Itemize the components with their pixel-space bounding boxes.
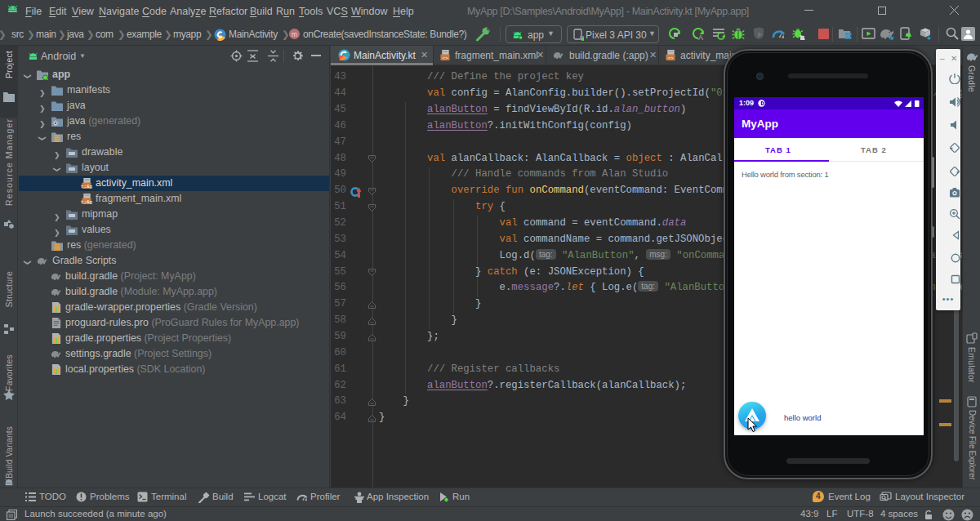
svg-text:&lt;&gt;: &lt;&gt; [81,184,92,189]
svg-text:m: m [292,31,297,38]
svg-text:<>: <> [667,56,674,60]
svg-text:&lt;&gt;: &lt;&gt; [81,199,92,204]
svg-text:A: A [698,33,703,41]
svg-text:<>: <> [442,56,448,60]
